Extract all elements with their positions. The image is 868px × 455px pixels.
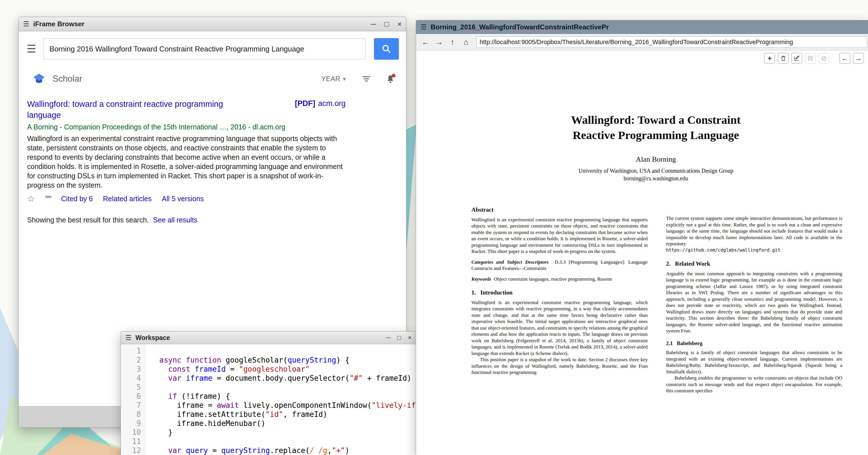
star-icon[interactable]: ☆ bbox=[27, 194, 35, 203]
home-button[interactable]: ⌂ bbox=[460, 36, 472, 48]
line-number: 8 bbox=[121, 410, 141, 419]
code-line[interactable] bbox=[159, 437, 416, 446]
scholar-brand[interactable]: Scholar bbox=[53, 74, 82, 84]
close-icon[interactable]: × bbox=[397, 20, 402, 28]
paper-left-column: Abstract Wallingford is an experimental … bbox=[471, 207, 648, 394]
code-line[interactable]: const frameId = "googlescholoar" bbox=[159, 365, 416, 374]
code-line[interactable]: iframe.hideMenubar() bbox=[159, 419, 416, 428]
paper-columns: Abstract Wallingford is an experimental … bbox=[421, 207, 868, 394]
up-button[interactable]: ↑ bbox=[446, 36, 459, 48]
pdf-navbar: ← → ↑ ⌂ bbox=[416, 34, 868, 51]
search-button[interactable] bbox=[374, 38, 399, 60]
code-line[interactable]: var query = queryString.replace(/ /g,"+"… bbox=[159, 446, 416, 455]
result-title-link[interactable]: Wallingford: toward a constraint reactiv… bbox=[27, 99, 281, 121]
related-intro-paragraph: The current system supports some simple … bbox=[666, 215, 842, 247]
notifications-button[interactable] bbox=[386, 74, 394, 83]
paper-title-line-2: Reactive Programming Language bbox=[421, 127, 868, 143]
notification-dot bbox=[392, 74, 396, 78]
code-line[interactable] bbox=[159, 346, 416, 356]
related-work-heading: 2. Related Work bbox=[666, 261, 842, 267]
code-line[interactable] bbox=[159, 383, 416, 392]
plus-icon: + bbox=[768, 54, 772, 62]
window-title: Workspace bbox=[135, 334, 170, 342]
next-page-icon: → bbox=[855, 54, 862, 62]
window-menu-icon[interactable]: ☰ bbox=[125, 334, 132, 342]
iframe-browser-titlebar[interactable]: ☰ iFrame Browser ─ □ × bbox=[19, 17, 406, 31]
code-line[interactable]: iframe = await lively.openComponentInWin… bbox=[159, 401, 416, 410]
save-button[interactable] bbox=[805, 53, 816, 64]
babelsberg-paragraph-2: Babelsberg enables the programmer to wri… bbox=[666, 375, 842, 394]
line-number: 11 bbox=[121, 437, 141, 446]
scholar-results: Scholar YEAR ▾ bbox=[19, 64, 406, 224]
code-line[interactable]: iframe.setAttribute("id", frameId) bbox=[159, 410, 416, 419]
line-number: 1 bbox=[121, 346, 141, 356]
back-button[interactable]: ← bbox=[420, 36, 431, 48]
line-number: 9 bbox=[121, 419, 141, 428]
edit-icon bbox=[794, 55, 800, 61]
abstract-text: Wallingford is an experimental constrain… bbox=[471, 216, 648, 254]
search-icon bbox=[382, 44, 391, 54]
add-button[interactable]: + bbox=[764, 53, 775, 64]
pdf-page: Wallingford: Toward a Constraint Reactiv… bbox=[421, 66, 868, 394]
abstract-heading: Abstract bbox=[471, 207, 648, 213]
all-versions-link[interactable]: All 5 versions bbox=[162, 195, 204, 203]
back-icon: ← bbox=[422, 38, 429, 47]
window-menu-icon[interactable]: ☰ bbox=[23, 20, 29, 28]
cited-by-link[interactable]: Cited by 6 bbox=[61, 195, 93, 203]
maximize-icon[interactable]: □ bbox=[397, 335, 401, 341]
previous-page-button[interactable]: ← bbox=[839, 53, 850, 64]
browser-searchbar: ☰ bbox=[19, 31, 406, 64]
pdf-content-area[interactable]: Wallingford: Toward a Constraint Reactiv… bbox=[416, 66, 868, 455]
scholar-logo-icon[interactable] bbox=[33, 73, 45, 85]
keywords-line: Keywords Object constraint languages, re… bbox=[471, 276, 648, 282]
edit-button[interactable] bbox=[792, 53, 802, 64]
close-icon[interactable]: × bbox=[408, 335, 411, 341]
keywords-label: Keywords bbox=[471, 276, 491, 282]
year-filter-dropdown[interactable]: YEAR ▾ bbox=[321, 75, 346, 83]
cite-icon[interactable]: ”” bbox=[45, 195, 51, 203]
paper-right-column: The current system supports some simple … bbox=[666, 207, 842, 394]
maximize-icon[interactable]: □ bbox=[384, 20, 389, 28]
babelsberg-paragraph-1: Babelsberg is a family of object constra… bbox=[666, 349, 842, 375]
related-articles-link[interactable]: Related articles bbox=[103, 195, 151, 203]
pdf-toolbar: + ⊘ ← → bbox=[416, 51, 868, 66]
pdf-tag: [PDF] bbox=[295, 99, 315, 108]
line-number: 12 bbox=[121, 446, 141, 455]
filter-icon bbox=[362, 75, 371, 83]
cancel-button[interactable]: ⊘ bbox=[818, 53, 829, 64]
code-line[interactable]: var iframe = document.body.querySelector… bbox=[159, 374, 416, 383]
filter-button[interactable] bbox=[362, 75, 371, 83]
code-editor[interactable]: 123456789101112 async function googleSch… bbox=[121, 344, 416, 455]
code-lines[interactable]: async function googleScholar(queryString… bbox=[145, 344, 416, 455]
url-input[interactable] bbox=[476, 36, 867, 48]
window-title: iFrame Browser bbox=[33, 20, 85, 28]
intro-paragraph-1: Wallingford is an experimental constrain… bbox=[471, 299, 648, 357]
code-line[interactable]: if (!iframe) { bbox=[159, 392, 416, 401]
pdf-titlebar[interactable]: ☰ Borning_2016_WallingfordTowardConstrai… bbox=[416, 20, 868, 34]
pdf-source-link[interactable]: [PDF]acm.org bbox=[295, 99, 346, 108]
previous-page-icon: ← bbox=[841, 54, 848, 62]
hamburger-menu-icon[interactable]: ☰ bbox=[27, 43, 36, 55]
line-number: 3 bbox=[121, 365, 141, 374]
search-input[interactable] bbox=[43, 38, 366, 59]
line-number: 10 bbox=[121, 428, 141, 437]
code-line[interactable]: } bbox=[159, 428, 416, 437]
see-all-results-link[interactable]: See all results bbox=[153, 216, 197, 224]
categories-line: Categories and Subject Descriptors D.3.3… bbox=[471, 259, 648, 272]
window-menu-icon[interactable]: ☰ bbox=[421, 23, 427, 31]
workspace-titlebar[interactable]: ☰ Workspace ─ □ × bbox=[121, 332, 416, 344]
introduction-heading: 1. Introduction bbox=[471, 290, 648, 296]
code-line[interactable]: async function googleScholar(queryString… bbox=[159, 356, 416, 365]
intro-paragraph-2: This position paper is a snapshot of the… bbox=[471, 356, 648, 375]
paper-email: borning@cs.washington.edu bbox=[421, 175, 868, 182]
paper-author: Alan Borning bbox=[421, 155, 868, 163]
chevron-down-icon: ▾ bbox=[343, 76, 346, 82]
delete-button[interactable] bbox=[778, 53, 788, 64]
trash-icon bbox=[780, 55, 786, 61]
minimize-icon[interactable]: ─ bbox=[386, 335, 391, 341]
next-page-button[interactable]: → bbox=[853, 53, 864, 64]
forward-button[interactable]: → bbox=[433, 36, 445, 48]
up-icon: ↑ bbox=[451, 38, 455, 47]
repository-url: https://github.com/cdglabs/wallingford.g… bbox=[666, 247, 842, 253]
minimize-icon[interactable]: ─ bbox=[371, 20, 376, 28]
